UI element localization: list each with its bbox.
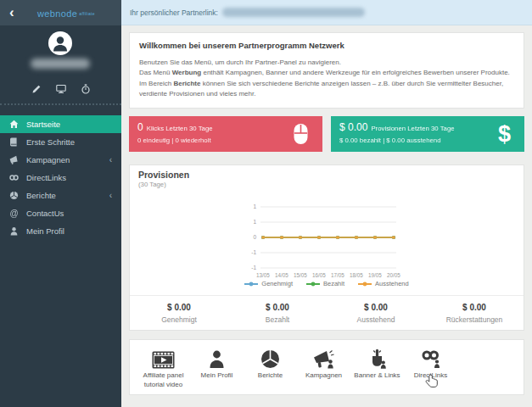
username-redacted: [31, 59, 90, 69]
clicks-stat-card: 0 Klicks Letzten 30 Tage 0 eindeutig | 0…: [129, 116, 322, 152]
dollar-icon: $: [498, 123, 511, 146]
svg-text:15/05: 15/05: [294, 272, 307, 278]
logo-suffix: affiliate: [79, 11, 94, 16]
submenu-chevron-icon: ‹: [109, 155, 112, 164]
megaphone-icon: [313, 347, 334, 369]
shortcut-tutorial-video[interactable]: Affiliate panel tutorial video: [137, 347, 190, 390]
user-avatar-icon: [48, 31, 72, 55]
sidebar-item-kampagnen[interactable]: Kampagnen ‹: [0, 151, 121, 169]
user-icon: [209, 347, 225, 369]
user-icon: [9, 226, 19, 236]
at-sign-icon: @: [9, 209, 19, 218]
svg-text:19/05: 19/05: [368, 272, 382, 278]
svg-text:-1: -1: [251, 249, 256, 255]
shortcut-label: Kampagnen: [305, 371, 342, 381]
svg-text:@: @: [9, 209, 18, 218]
legend-marker-icon: [244, 281, 258, 287]
shortcut-banner-links[interactable]: Banner & Links: [350, 347, 404, 381]
welcome-line-2: Das Menü Werbung enthält Kampagnen, Bann…: [139, 68, 514, 78]
shortcut-label: Berichte: [258, 371, 283, 381]
shortcut-label: DirectLinks: [414, 371, 448, 381]
svg-text:14/05: 14/05: [275, 272, 288, 278]
submenu-chevron-icon: ‹: [109, 191, 112, 200]
commissions-label: Provisionen Letzten 30 Tage: [371, 125, 454, 132]
shortcut-berichte[interactable]: Berichte: [244, 347, 297, 381]
sidebar-item-directlinks[interactable]: DirectLinks: [0, 169, 121, 187]
menu-label: Berichte: [26, 191, 56, 200]
pie-chart-icon: [9, 191, 19, 200]
legend-item: Genehmigt: [244, 280, 293, 287]
shortcut-label: Banner & Links: [354, 371, 400, 381]
sidebar-item-erste-schritte[interactable]: Erste Schritte: [0, 133, 121, 151]
mouse-icon: [293, 123, 309, 145]
back-chevron-icon[interactable]: ‹: [0, 5, 23, 21]
summary-value: $ 0.00: [462, 303, 486, 312]
summary-label: Bezahlt: [266, 315, 289, 324]
affiliate-dashboard: ‹ webnodeaffiliate: [0, 0, 532, 407]
summary-row: $ 0.00 Genehmigt $ 0.00 Bezahlt $ 0.00 A…: [130, 296, 524, 330]
shortcuts-card: Affiliate panel tutorial video Mein Prof…: [129, 339, 524, 395]
shortcut-label: Affiliate panel tutorial video: [137, 371, 190, 390]
chart-title: Provisionen: [138, 170, 189, 180]
shortcut-directlinks[interactable]: DirectLinks: [404, 347, 457, 381]
sidebar-menu: Startseite Erste Schritte Kampagnen ‹: [0, 115, 121, 240]
svg-text:1: 1: [253, 204, 256, 209]
legend-marker-icon: [358, 281, 372, 287]
film-video-icon: [152, 347, 175, 369]
chain-links-icon: [421, 347, 441, 369]
summary-rueckerstattungen: $ 0.00 Rückerstattungen: [425, 296, 524, 330]
stopwatch-icon[interactable]: [81, 84, 91, 94]
partner-link-label: Ihr persönlicher Partnerlink:: [130, 8, 218, 17]
svg-text:13/05: 13/05: [256, 272, 270, 278]
svg-text:-1: -1: [251, 265, 256, 270]
pie-chart-icon: [260, 347, 280, 369]
home-icon: [9, 120, 19, 129]
welcome-title: Willkommen bei unserem Partnerprogramm N…: [139, 41, 514, 50]
sidebar-item-berichte[interactable]: Berichte ‹: [0, 187, 121, 204]
welcome-line-1: Benutzen Sie das Menü, um durch Ihr Part…: [139, 58, 514, 68]
legend-item: Ausstehend: [358, 280, 409, 287]
menu-label: Mein Profil: [26, 226, 64, 236]
clicks-sub: 0 eindeutig | 0 wiederholt: [137, 137, 314, 144]
summary-label: Genehmigt: [161, 315, 197, 324]
book-icon: [9, 137, 19, 147]
summary-label: Ausstehend: [357, 315, 395, 324]
megaphone-icon: [9, 155, 19, 164]
partner-link-redacted: [222, 8, 365, 17]
chart-legend: GenehmigtBezahltAusstehend: [130, 280, 524, 287]
welcome-card: Willkommen bei unserem Partnerprogramm N…: [129, 32, 524, 109]
svg-text:0: 0: [253, 234, 256, 240]
webnode-logo[interactable]: webnodeaffiliate: [23, 5, 121, 20]
menu-label: Startseite: [26, 120, 60, 129]
click-hand-icon: [368, 347, 387, 369]
svg-text:20/05: 20/05: [387, 272, 400, 278]
chain-link-icon: [9, 173, 19, 182]
menu-label: Kampagnen: [26, 155, 70, 164]
summary-value: $ 0.00: [364, 303, 388, 312]
commissions-sub: $ 0.00 bezahlt | $ 0.00 ausstehend: [339, 137, 516, 144]
menu-label: Erste Schritte: [26, 137, 75, 147]
shortcut-kampagnen[interactable]: Kampagnen: [297, 347, 350, 381]
shortcut-mein-profil[interactable]: Mein Profil: [190, 347, 244, 381]
menu-label: DirectLinks: [26, 173, 66, 182]
commissions-value: $ 0.00: [339, 121, 367, 133]
welcome-line-3: Im Bereich Berichte können Sie sich vers…: [139, 79, 514, 100]
legend-marker-icon: [306, 281, 320, 287]
commissions-line-chart: 110-1-113/0514/0515/0516/0517/0518/0519/…: [238, 203, 417, 282]
sidebar-item-mein-profil[interactable]: Mein Profil: [0, 222, 121, 240]
svg-text:18/05: 18/05: [350, 272, 363, 278]
sidebar-item-contactus[interactable]: @ ContactUs: [0, 204, 121, 222]
commissions-chart-card: Provisionen (30 Tage) 110-1-113/0514/051…: [129, 164, 524, 331]
summary-value: $ 0.00: [266, 303, 289, 312]
sidebar: ‹ webnodeaffiliate: [0, 0, 121, 407]
sidebar-divider: [0, 103, 121, 105]
summary-bezahlt: $ 0.00 Bezahlt: [228, 296, 327, 330]
menu-label: ContactUs: [26, 209, 64, 218]
avatar[interactable]: [48, 31, 72, 55]
monitor-icon[interactable]: [56, 84, 66, 94]
pencil-icon[interactable]: [31, 84, 42, 94]
logo-text: webnode: [37, 8, 77, 19]
clicks-value: 0: [137, 121, 143, 133]
svg-text:16/05: 16/05: [312, 272, 326, 278]
sidebar-item-startseite[interactable]: Startseite: [0, 115, 121, 133]
